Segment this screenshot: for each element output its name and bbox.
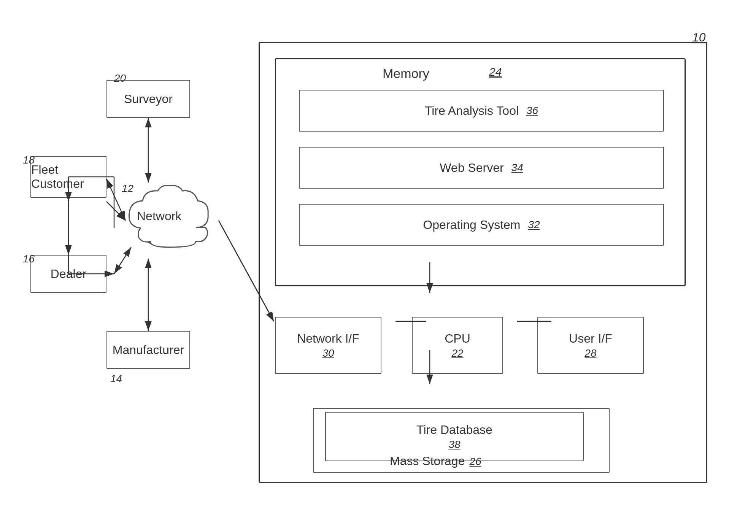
tire-db-ref: 38 [448, 438, 460, 451]
mass-storage-box: Tire Database 38 Mass Storage 26 [313, 408, 610, 473]
user-if-ref: 28 [584, 347, 596, 359]
memory-label: Memory [383, 66, 429, 81]
user-if-label: User I/F [569, 332, 612, 346]
manufacturer-ref: 14 [110, 373, 122, 385]
cpu-box: CPU 22 [412, 317, 503, 374]
tire-analysis-tool-box: Tire Analysis Tool 36 [299, 90, 664, 132]
network-cloud-label: Network [137, 209, 181, 223]
dealer-box: Dealer [30, 255, 106, 293]
fleet-customer-label: Fleet Customer [31, 163, 106, 191]
ws-ref: 34 [511, 162, 523, 174]
os-ref: 32 [528, 219, 540, 231]
user-if-box: User I/F 28 [537, 317, 644, 374]
main-system-box: Memory 24 Tire Analysis Tool 36 Web Serv… [259, 42, 707, 483]
memory-ref: 24 [489, 65, 502, 78]
tire-db-label: Tire Database [416, 423, 492, 437]
mass-storage-ref: 26 [469, 456, 481, 468]
cpu-ref: 22 [451, 347, 463, 359]
os-label: Operating System [423, 218, 520, 232]
mass-storage-label: Mass Storage [390, 454, 465, 468]
tat-label: Tire Analysis Tool [425, 104, 519, 118]
dealer-ref: 16 [23, 253, 35, 265]
network-if-ref: 30 [322, 347, 334, 359]
cpu-label: CPU [445, 332, 470, 346]
manufacturer-label: Manufacturer [113, 343, 184, 357]
web-server-box: Web Server 34 [299, 147, 664, 189]
surveyor-label: Surveyor [124, 92, 173, 106]
diagram: 10 Memory 24 Tire Analysis Tool 36 Web S… [23, 19, 730, 513]
surveyor-ref: 20 [114, 72, 126, 84]
surveyor-box: Surveyor [106, 80, 190, 118]
tat-ref: 36 [526, 105, 538, 117]
fleet-customer-ref: 18 [23, 154, 35, 166]
network-if-box: Network I/F 30 [275, 317, 381, 374]
fleet-customer-box: Fleet Customer [30, 156, 106, 198]
manufacturer-box: Manufacturer [106, 331, 190, 369]
network-ref: 12 [122, 183, 133, 195]
ws-label: Web Server [440, 161, 503, 175]
dealer-label: Dealer [51, 267, 86, 281]
memory-box: Memory 24 Tire Analysis Tool 36 Web Serv… [275, 58, 686, 286]
network-if-label: Network I/F [297, 332, 359, 346]
os-box: Operating System 32 [299, 204, 664, 246]
